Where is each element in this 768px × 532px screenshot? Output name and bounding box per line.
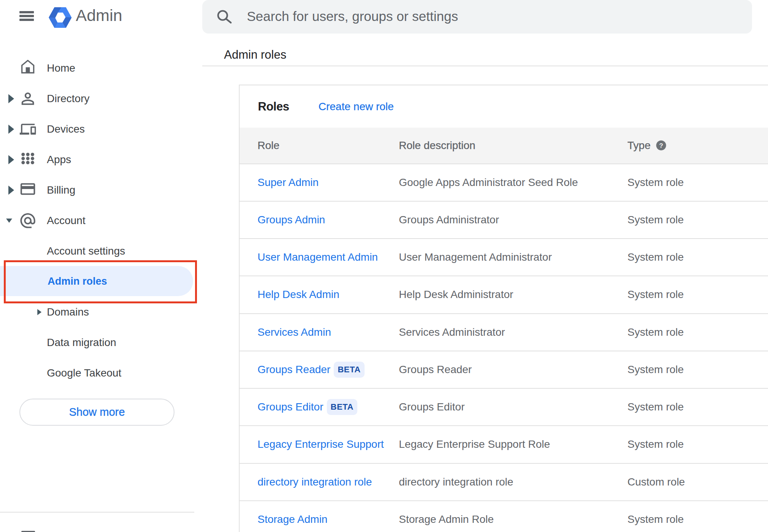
svg-text:?: ? <box>659 142 663 149</box>
